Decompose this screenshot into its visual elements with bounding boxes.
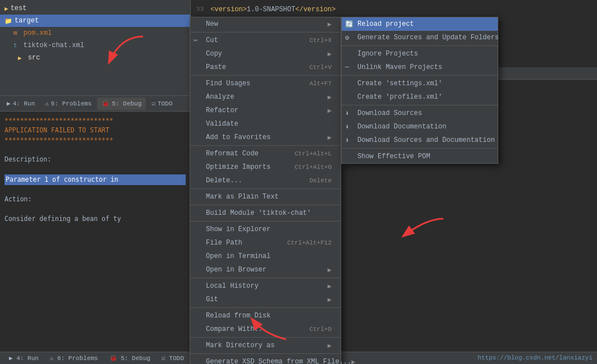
desc-label: Description: — [4, 155, 186, 164]
folder-icon: ▶ — [4, 5, 8, 12]
xml-content: <version> — [210, 4, 247, 15]
file-tree-label: pom.xml — [20, 29, 52, 37]
menu-item-mark-plain[interactable]: Mark as Plain Text — [190, 190, 341, 204]
error-stars-top: **************************** — [4, 116, 186, 126]
file-tree-item-tiktok[interactable]: t tiktok-chat.xml — [0, 39, 190, 52]
run-icon: ▶ — [9, 354, 13, 362]
menu-label: Analyze — [206, 93, 234, 101]
cut-icon: ✂ — [194, 36, 198, 45]
menu-item-optimize[interactable]: Optimize Imports Ctrl+Alt+O — [190, 160, 341, 174]
submenu-arrow: ▶ — [328, 107, 332, 115]
menu-label: Create 'settings.xml' — [357, 80, 442, 87]
menu-label: Download Documentation — [357, 123, 446, 131]
submenu-item-reload[interactable]: 🔄 Reload project — [342, 17, 498, 31]
menu-item-file-path[interactable]: File Path Ctrl+Alt+F12 — [190, 236, 341, 250]
line-number: 33 — [191, 4, 210, 15]
todo-icon: ☑ — [151, 100, 155, 107]
menu-item-open-terminal[interactable]: Open in Terminal — [190, 250, 341, 263]
menu-item-cut[interactable]: ✂ Cut Ctrl+X — [190, 34, 341, 47]
menu-label: Add to Favorites — [206, 133, 270, 141]
submenu-item-unlink[interactable]: — Unlink Maven Projects — [342, 61, 498, 74]
menu-separator — [190, 353, 341, 354]
submenu-arrow: ▶ — [328, 50, 332, 58]
tab-problems[interactable]: ⚠ 6: Problems — [40, 98, 96, 110]
menu-item-delete[interactable]: Delete... Delete — [190, 174, 341, 187]
menu-item-local-history[interactable]: Local History ▶ — [190, 279, 341, 293]
menu-label: Generate XSD Schema from XML File... — [206, 358, 351, 364]
xml-file-icon: m — [13, 30, 17, 36]
status-tab-run[interactable]: ▶ 4: Run — [4, 352, 43, 365]
file-tree-item-src[interactable]: ▶ src — [0, 52, 190, 64]
error-stars-bottom: **************************** — [4, 136, 186, 145]
menu-item-find-usages[interactable]: Find Usages Alt+F7 — [190, 77, 341, 90]
menu-item-mark-directory[interactable]: Mark Directory as ▶ — [190, 339, 341, 352]
file-tree-item-target[interactable]: 📁 target — [0, 15, 190, 27]
xml2-file-icon: t — [13, 42, 17, 49]
file-tree-label: src — [24, 54, 40, 62]
tab-run-label: 4: Run — [13, 100, 35, 107]
error-message: APPLICATION FAILED TO START — [4, 126, 186, 135]
submenu-arrow: ▶ — [328, 20, 332, 29]
menu-item-compare[interactable]: Compare With... Ctrl+D — [190, 322, 341, 336]
menu-separator — [342, 45, 498, 46]
menu-item-validate[interactable]: Validate — [190, 117, 341, 131]
status-label: TODO — [166, 355, 184, 362]
status-tab-problems[interactable]: ⚠ 6: Problems — [45, 352, 103, 365]
submenu-arrow: ▶ — [328, 133, 332, 142]
menu-item-xsd[interactable]: Generate XSD Schema from XML File... ▶ — [190, 355, 341, 364]
menu-item-git[interactable]: Git ▶ — [190, 293, 341, 306]
menu-label: Paste — [206, 63, 226, 71]
menu-separator — [342, 105, 498, 105]
menu-label: Reformat Code — [206, 150, 259, 158]
submenu-item-download-sources[interactable]: ⬇ Download Sources — [342, 107, 498, 120]
tab-run[interactable]: ▶ 4: Run — [2, 98, 39, 110]
submenu-item-create-settings[interactable]: Create 'settings.xml' — [342, 77, 498, 90]
submenu-item-generate[interactable]: ⚙ Generate Sources and Update Folders — [342, 31, 498, 44]
menu-label: New — [206, 20, 218, 28]
editor-line-33: 33 <version>1.0-SNAPSHOT</version> — [191, 4, 597, 15]
menu-item-show-explorer[interactable]: Show in Explorer — [190, 223, 341, 236]
status-tab-todo[interactable]: ☑ TODO — [157, 352, 189, 365]
shortcut-label: Ctrl+X — [309, 37, 332, 44]
status-label: 5: Debug — [117, 355, 150, 362]
console-content: **************************** APPLICATION… — [0, 112, 190, 228]
submenu-item-download-both[interactable]: ⬇ Download Sources and Documentation — [342, 133, 498, 147]
tab-debug[interactable]: 🐞 5: Debug — [97, 98, 146, 110]
status-label: 6: Problems — [53, 355, 98, 362]
menu-item-copy[interactable]: Copy ▶ — [190, 47, 341, 61]
download-icon: ⬇ — [345, 109, 349, 118]
menu-separator — [190, 221, 341, 222]
submenu-item-download-docs[interactable]: ⬇ Download Documentation — [342, 120, 498, 133]
submenu-arrow: ▶ — [328, 282, 332, 291]
menu-item-open-browser[interactable]: Open in Browser ▶ — [190, 263, 341, 277]
menu-item-reformat[interactable]: Reformat Code Ctrl+Alt+L — [190, 147, 341, 160]
menu-separator — [190, 205, 341, 205]
submenu-item-show-pom[interactable]: Show Effective POM — [342, 150, 498, 163]
submenu-item-create-profiles[interactable]: Create 'profiles.xml' — [342, 90, 498, 104]
submenu-item-ignore[interactable]: Ignore Projects — [342, 47, 498, 61]
menu-item-add-favorites[interactable]: Add to Favorites ▶ — [190, 131, 341, 144]
xml-close-tag: </version> — [295, 4, 336, 15]
tab-todo[interactable]: ☑ TODO — [147, 98, 177, 110]
menu-item-analyze[interactable]: Analyze ▶ — [190, 90, 341, 104]
status-tab-debug[interactable]: 🐞 5: Debug — [105, 352, 155, 365]
file-tree-item-pom[interactable]: m pom.xml — [0, 27, 190, 39]
status-label: 4: Run — [13, 355, 39, 362]
submenu-arrow: ▶ — [351, 358, 355, 365]
menu-label: Mark Directory as — [206, 342, 274, 349]
menu-label: Generate Sources and Update Folders — [357, 34, 499, 42]
menu-item-paste[interactable]: Paste Ctrl+V — [190, 61, 341, 74]
generate-icon: ⚙ — [345, 34, 349, 42]
run-icon: ▶ — [7, 100, 11, 107]
reload-icon: 🔄 — [345, 20, 353, 29]
menu-item-build[interactable]: Build Module 'tiktok-chat' — [190, 206, 341, 220]
menu-item-new[interactable]: New ▶ — [190, 17, 341, 31]
debug-icon: 🐞 — [109, 354, 117, 362]
menu-label: Ignore Projects — [357, 50, 418, 58]
menu-item-reload[interactable]: Reload from Disk — [190, 309, 341, 322]
todo-icon: ☑ — [162, 354, 166, 362]
menu-item-refactor[interactable]: Refactor ▶ — [190, 104, 341, 117]
file-tree-item[interactable]: ▶ test — [0, 2, 190, 15]
problems-icon: ⚠ — [50, 354, 54, 362]
menu-label: Copy — [206, 50, 222, 58]
